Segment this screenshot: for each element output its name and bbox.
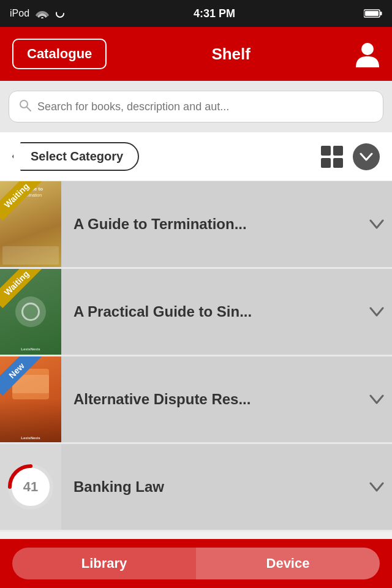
carrier-label: iPod [10,8,29,19]
user-icon[interactable] [355,40,380,67]
top-nav: Catalogue Shelf [0,27,392,81]
book-item[interactable]: LexisNexis New Alternative Dispute Res..… [0,356,392,442]
status-left: iPod [10,8,65,19]
category-row: Select Category [0,132,392,181]
book-title-2: A Practical Guide to Sin... [61,303,361,320]
book-list: A Guide to Termination Waiting A Guide t… [0,181,392,532]
search-input[interactable] [37,100,373,113]
progress-number: 41 [23,479,38,495]
svg-point-0 [41,17,43,18]
loading-icon [55,9,65,18]
battery-icon [364,9,382,18]
status-right [364,9,382,18]
book-expand-2[interactable] [361,307,392,317]
category-icons [321,143,380,170]
chevron-down-icon[interactable] [353,143,380,170]
svg-rect-3 [380,12,382,15]
select-category-label: Select Category [31,149,123,164]
nav-title: Shelf [211,45,251,64]
grid-view-icon[interactable] [321,146,343,168]
book-cover-1: A Guide to Termination Waiting [0,181,61,267]
svg-line-7 [27,107,31,111]
book-item[interactable]: A Guide to Termination Waiting A Guide t… [0,181,392,267]
progress-circle: 41 [6,462,55,511]
book-item[interactable]: LexisNexis Waiting A Practical Guide to … [0,269,392,355]
book-expand-1[interactable] [361,219,392,229]
book-title-1: A Guide to Termination... [61,216,361,233]
book-expand-3[interactable] [361,394,392,404]
svg-point-1 [56,10,64,17]
book-item[interactable]: 41 Banking Law [0,444,392,530]
book-cover-3: LexisNexis New [0,356,61,442]
svg-point-5 [361,43,374,55]
library-tab[interactable]: Library [12,548,196,579]
wifi-icon [36,9,49,18]
status-time: 4:31 PM [194,7,235,20]
svg-point-6 [20,100,28,108]
bottom-tab-bar: Library Device [0,539,392,588]
search-icon [19,99,31,115]
search-container [0,81,392,132]
search-bar [9,91,383,123]
device-tab[interactable]: Device [196,548,380,579]
book-cover-2: LexisNexis Waiting [0,269,61,355]
book-title-4: Banking Law [61,478,361,496]
book-cover-4: 41 [0,444,61,530]
status-bar: iPod 4:31 PM [0,0,392,27]
svg-rect-4 [365,11,379,16]
select-category-button[interactable]: Select Category [12,142,139,171]
book-title-3: Alternative Dispute Res... [61,391,361,408]
book-expand-4[interactable] [361,482,392,492]
catalogue-button[interactable]: Catalogue [12,39,107,69]
